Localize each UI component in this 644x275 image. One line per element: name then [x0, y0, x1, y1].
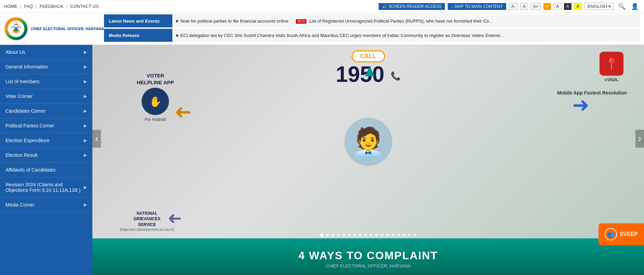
carousel-next-button[interactable]: ›	[635, 130, 644, 148]
font-orange-button[interactable]: A	[543, 3, 551, 10]
carousel-dot-13[interactable]	[386, 233, 389, 237]
latest-news-text: ★ Note for political parties to file fin…	[175, 18, 492, 24]
latest-news-content: ★ Note for political parties to file fin…	[172, 14, 640, 27]
sidebar-item-media-corner[interactable]: Media Corner ▶	[0, 198, 92, 212]
svg-rect-4	[15, 27, 17, 30]
search-button[interactable]: 🔍	[617, 2, 627, 11]
chevron-right-icon-5: ▶	[84, 109, 87, 113]
feedback-link[interactable]: FEEDBACK	[40, 4, 64, 9]
sveep-button[interactable]: 👥 SVEEP	[599, 223, 644, 245]
skip-to-main-button[interactable]: ↓ SKIP TO MAIN CONTENT	[448, 3, 506, 10]
logo-area: CHIEF ELECTORAL OFFICER, HARYANA	[4, 17, 104, 41]
media-release-text: ★ ECI delegation led by CEC Shri Sushil …	[175, 33, 504, 38]
voter-corner-label: Voter Corner	[5, 93, 32, 99]
carousel-dot-11[interactable]	[375, 233, 378, 237]
sidebar-item-candidates-corner[interactable]: Candidates Corner ▶	[0, 104, 92, 118]
language-label: ENGLISH	[588, 4, 607, 9]
chevron-right-icon-4: ▶	[84, 94, 87, 99]
chevron-right-icon-9: ▶	[84, 185, 87, 190]
sidebar-item-voter-corner[interactable]: Voter Corner ▶	[0, 89, 92, 104]
carousel-dot-4[interactable]	[337, 233, 340, 237]
sidebar-item-election-expenditure[interactable]: Election Expenditure ▶	[0, 133, 92, 148]
font-normal-button[interactable]: A	[521, 3, 528, 10]
screen-reader-button[interactable]: 🔊 SCREEN READER ACCESS	[379, 3, 445, 10]
sidebar-item-general-information[interactable]: General Information ▶	[0, 60, 92, 74]
faq-link[interactable]: FAQ	[24, 4, 33, 9]
login-button[interactable]: 👤	[630, 2, 640, 11]
sidebar-item-political-parties-corner[interactable]: Political Parties Corner ▶	[0, 118, 92, 133]
chevron-right-icon: ▶	[84, 50, 87, 54]
carousel-dot-1[interactable]	[320, 233, 324, 237]
call-label: CALL	[360, 53, 377, 60]
header: CHIEF ELECTORAL OFFICER, HARYANA Latest …	[0, 13, 644, 45]
sidebar-item-election-result[interactable]: Election Result ▶	[0, 148, 92, 163]
carousel-dot-10[interactable]	[369, 233, 373, 237]
carousel-dot-18[interactable]	[413, 233, 417, 237]
carousel-slide: CALL 1950 📞 ▲ VOTERHELPLINE APP ✋	[92, 45, 644, 275]
contact-link[interactable]: CONTACT US	[70, 4, 98, 9]
carousel-dot-7[interactable]	[353, 233, 356, 237]
top-nav: HOME | FAQ | FEEDBACK | CONTACT US	[4, 4, 99, 9]
carousel-dot-16[interactable]	[402, 233, 406, 237]
sidebar-item-about-us[interactable]: About Us ▶	[0, 45, 92, 60]
font-yellow-button[interactable]: A	[574, 3, 582, 10]
carousel-dot-6[interactable]	[347, 233, 351, 237]
ngs-box: NATIONALGRIEVANCESSERVICE (https://eci-c…	[120, 211, 174, 232]
list-of-members-label: List of members	[5, 79, 40, 84]
carousel-dot-8[interactable]	[358, 233, 362, 237]
carousel-lower-bar: 4 WAYS TO COMPLAINT CHIEF ELECTORAL OFFI…	[92, 238, 644, 275]
home-link[interactable]: HOME	[4, 4, 17, 9]
about-us-label: About Us	[5, 49, 25, 55]
hand-icon: ✋	[149, 96, 162, 108]
carousel-dot-3[interactable]	[331, 233, 334, 237]
star-icon: ★	[175, 18, 179, 24]
font-dark-button[interactable]: A	[564, 3, 571, 10]
top-bar: HOME | FAQ | FEEDBACK | CONTACT US 🔊 SCR…	[0, 0, 644, 13]
carousel-dot-9[interactable]	[364, 233, 367, 237]
font-increase-button[interactable]: A+	[531, 3, 541, 10]
font-white-button[interactable]: A	[554, 3, 561, 10]
chevron-right-icon-2: ▶	[84, 64, 87, 69]
new-badge: NEW	[296, 19, 306, 24]
media-release-label: Media Release	[104, 29, 172, 42]
cvigil-box: 📍 cVIGIL	[600, 52, 623, 82]
arrow-up-icon: ▲	[362, 62, 379, 79]
carousel-dot-14[interactable]	[391, 233, 395, 237]
affidavits-label: Affidavits of Candidates	[5, 167, 56, 173]
sep1: |	[20, 4, 21, 9]
political-parties-corner-label: Political Parties Corner	[5, 123, 54, 128]
chevron-right-icon-10: ▶	[84, 202, 87, 207]
latest-news-row: Latest News and Events ★ Note for politi…	[104, 14, 640, 27]
sveep-icon: 👥	[605, 228, 617, 240]
sidebar-item-affidavits-of-candidates[interactable]: Affidavits of Candidates	[0, 163, 92, 177]
arrow-left-icon: ➜	[174, 100, 192, 124]
carousel-prev-button[interactable]: ‹	[92, 130, 101, 148]
carousel-dot-15[interactable]	[397, 233, 400, 237]
location-pin-icon: 📍	[605, 57, 618, 70]
carousel: CALL 1950 📞 ▲ VOTERHELPLINE APP ✋	[92, 45, 644, 275]
language-selector[interactable]: ENGLISH ▾	[584, 3, 614, 10]
ways-complaint-text: 4 WAYS TO COMPLAINT	[299, 249, 438, 262]
carousel-dot-2[interactable]	[326, 233, 329, 237]
star-icon2: ★	[175, 33, 179, 38]
carousel-dot-12[interactable]	[380, 233, 384, 237]
sidebar: About Us ▶ General Information ▶ List of…	[0, 45, 92, 275]
cvigil-label: cVIGIL	[600, 77, 623, 82]
support-person: 🧑‍💼	[344, 118, 392, 166]
election-result-label: Election Result	[5, 152, 37, 158]
media-release-row: Media Release ★ ECI delegation led by CE…	[104, 29, 640, 42]
carousel-dot-17[interactable]	[408, 233, 411, 237]
voter-app-icon: ✋	[142, 88, 169, 115]
sidebar-item-revision-2024[interactable]: Revision 2024 (Claims and Objections For…	[0, 177, 92, 198]
voter-helpline-title: VOTERHELPLINE APP	[137, 72, 174, 86]
sveep-label: SVEEP	[620, 231, 638, 237]
font-decrease-button[interactable]: A-	[509, 3, 518, 10]
sep2: |	[36, 4, 37, 9]
mobile-app-text: Mobile App Fastest Resolution	[557, 89, 627, 97]
sep3: |	[66, 4, 67, 9]
cvigil-icon: 📍	[600, 52, 623, 76]
content-area: CALL 1950 📞 ▲ VOTERHELPLINE APP ✋	[92, 45, 644, 275]
carousel-dot-5[interactable]	[342, 233, 345, 237]
media-corner-label: Media Corner	[5, 202, 35, 208]
sidebar-item-list-of-members[interactable]: List of members ▶	[0, 74, 92, 89]
